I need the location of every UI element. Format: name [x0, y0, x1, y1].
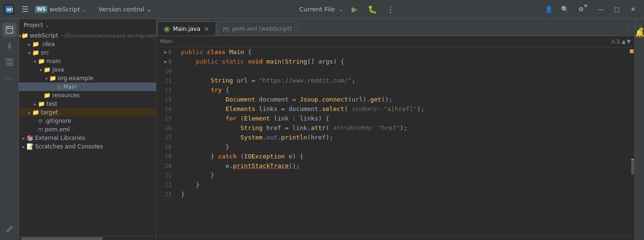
run-marker-icon: ▶ [164, 57, 167, 66]
tab-pom-xml[interactable]: m pom.xml (webScript) [217, 21, 298, 36]
minimize-button[interactable]: — [594, 3, 608, 16]
tree-item-java-dir[interactable]: ▾ 📁 java [19, 65, 156, 74]
tree-arrow-icon: ▸ [32, 102, 38, 107]
tree-item-org-example[interactable]: ▾ 📁 org.example [19, 74, 156, 83]
tree-item-main-java[interactable]: ◎ Main [19, 83, 156, 91]
sidebar-icon-structure[interactable] [2, 55, 17, 69]
user-button[interactable]: 👤 [542, 3, 556, 16]
user-icon: 👤 [545, 6, 553, 13]
tree-item-gitignore[interactable]: ⊘ .gitignore [19, 117, 156, 125]
minimize-icon: — [598, 6, 604, 13]
nav-arrows: ▲ ▼ [622, 38, 631, 45]
gutter-line-15: 15 [156, 114, 174, 123]
more-actions-button[interactable]: ⋮ [383, 3, 398, 16]
horizontal-scrollbar[interactable] [156, 235, 635, 240]
code-line-17: System.out.println(href); [181, 133, 624, 142]
tree-item-main-dir[interactable]: ▾ 📁 main [19, 57, 156, 65]
tree-item-label: External Libraries [35, 135, 85, 141]
gutter-line-20: 20 [156, 161, 174, 171]
project-name-label: webScript [49, 6, 80, 13]
code-line-23: } [181, 190, 624, 199]
tree-item-path: ~/Documents/workspace-spring-tool-suite-… [60, 33, 156, 39]
run-config-section: Current File ⌄ ▶ 🐛 ⋮ [299, 3, 398, 16]
version-control-menu[interactable]: Version control ⌄ [95, 4, 155, 15]
current-file-chevron-icon: ⌄ [338, 6, 344, 13]
tree-arrow-icon: ▾ [27, 50, 32, 55]
version-control-chevron-icon: ⌄ [146, 6, 152, 13]
nav-down-arrow[interactable]: ▼ [627, 38, 631, 45]
svg-rect-9 [10, 59, 13, 61]
svg-point-12 [7, 230, 9, 232]
code-line-11: String url = "https://www.reddit.com/"; [181, 76, 624, 85]
close-button[interactable]: ✕ [626, 3, 640, 16]
gutter-line-11: 11 [156, 76, 174, 85]
breadcrumb-bar: Main ⚠ 1 ▲ ▼ [156, 36, 635, 47]
sidebar-icon-project[interactable] [2, 23, 17, 37]
tab-label: Main.java [173, 26, 200, 32]
tab-close-button[interactable]: ✕ [203, 26, 210, 32]
tree-arrow-icon: ▸ [27, 42, 32, 47]
svg-rect-2 [6, 27, 13, 33]
tree-item-test[interactable]: ▸ 📁 test [19, 100, 156, 108]
tab-more-button[interactable]: ⋮ [621, 21, 635, 36]
settings-badge [584, 4, 587, 7]
project-panel-header[interactable]: Project ⌄ [19, 19, 156, 31]
xml-file-icon: m [38, 126, 44, 133]
code-line-9: public static void main(String[] args) { [181, 57, 624, 66]
tab-label: pom.xml (webScript) [232, 26, 291, 32]
code-line-8: public class Main { [181, 47, 624, 57]
tree-item-label: resources [52, 92, 80, 99]
vertical-scrollbar-thumb[interactable] [631, 160, 634, 175]
settings-button[interactable]: ⚙ [574, 3, 588, 16]
nav-up-arrow[interactable]: ▲ [622, 38, 626, 45]
tree-item-idea[interactable]: ▸ 📁 .idea [19, 40, 156, 48]
tab-more-icon: ⋮ [625, 25, 631, 32]
code-editor[interactable]: public class Main { public static void m… [177, 47, 628, 235]
sidebar-icon-more[interactable]: ⋯ [2, 71, 17, 85]
editor-content: ▶8 ▶9 10 11 12 13 14 15 16 17 18 19 20 2… [156, 47, 635, 235]
project-header-label: Project [24, 22, 43, 28]
project-panel: Project ⌄ ▾ 📁 webScript ~/Documents/work… [19, 19, 156, 240]
run-marker-icon: ▶ [164, 47, 167, 57]
search-button[interactable]: 🔍 [558, 3, 572, 16]
folder-icon: 📁 [44, 92, 51, 99]
hamburger-menu-button[interactable]: ☰ [18, 3, 32, 16]
tab-main-java[interactable]: ◉ Main.java ✕ [157, 21, 216, 36]
code-line-18: } [181, 142, 624, 152]
more-icon: ⋯ [5, 74, 14, 83]
tree-item-pom-xml[interactable]: m pom.xml [19, 125, 156, 134]
run-button[interactable]: ▶ [347, 3, 362, 16]
title-right-actions: 👤 🔍 ⚙ — □ ✕ [542, 3, 640, 16]
breadcrumb-text: Main [160, 38, 172, 45]
project-scrollbar[interactable] [19, 236, 156, 240]
code-line-16: String href = link.attr( attributeKey: "… [181, 123, 624, 133]
gutter-line-8: ▶8 [156, 47, 174, 57]
tree-item-external-libs[interactable]: ▸ 📚 External Libraries [19, 134, 156, 142]
debug-button[interactable]: 🐛 [365, 3, 380, 16]
maximize-button[interactable]: □ [610, 3, 624, 16]
search-icon: 🔍 [561, 6, 569, 13]
tree-item-label: pom.xml [45, 126, 70, 133]
tree-item-resources[interactable]: 📁 resources [19, 91, 156, 100]
ws-badge: WS [35, 6, 47, 13]
warning-triangle-icon: ⚠ [611, 38, 616, 45]
code-line-19: } catch (IOException e) { [181, 152, 624, 161]
tree-item-src[interactable]: ▾ 📁 src [19, 48, 156, 57]
git-file-icon: ⊘ [38, 118, 43, 124]
hamburger-icon: ☰ [22, 5, 28, 14]
close-icon: ✕ [631, 6, 636, 13]
sidebar-icon-commit[interactable] [2, 39, 17, 53]
tree-arrow-icon: ▾ [38, 67, 44, 73]
tree-item-scratches[interactable]: ▸ 📝 Scratches and Consoles [19, 142, 156, 151]
svg-rect-8 [6, 59, 9, 61]
code-line-10 [181, 66, 624, 76]
sidebar-icon-wrench[interactable] [2, 222, 17, 236]
tree-item-label: java [52, 66, 64, 73]
folder-icon: 📁 [32, 41, 39, 47]
tree-item-webscript[interactable]: ▾ 📁 webScript ~/Documents/workspace-spri… [19, 31, 156, 40]
notifications-panel-toggle[interactable]: 🔔 [635, 26, 644, 40]
xml-tab-icon: m [223, 26, 230, 32]
tree-item-target[interactable]: ▸ 📁 target [19, 108, 156, 117]
tree-arrow-icon: ▾ [44, 76, 49, 81]
package-folder-icon: 📁 [49, 75, 56, 82]
